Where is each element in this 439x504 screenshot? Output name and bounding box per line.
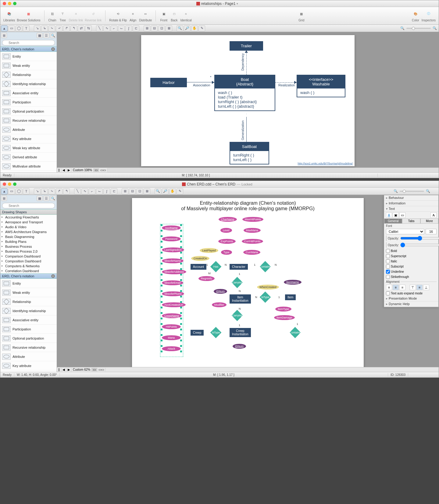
shape-item[interactable]: Attribute [0, 125, 57, 134]
line-tool-4[interactable]: ⌙ [96, 188, 103, 194]
selection-handle[interactable] [180, 290, 182, 292]
search-tab-icon[interactable]: 🔍 [50, 196, 56, 201]
attr-itemname[interactable]: ItemName [284, 280, 302, 285]
connector-1[interactable]: ↘ [34, 25, 41, 31]
library-header[interactable]: ERD, Chen's notation × [0, 46, 57, 52]
attr-modifier[interactable]: Modifier [212, 302, 227, 307]
shape-item[interactable]: Identifying relationship [0, 79, 57, 88]
selection-handle[interactable] [180, 345, 182, 347]
grid-button[interactable]: ▦Grid [297, 9, 306, 22]
attr-charname[interactable]: CharName [219, 217, 237, 222]
inspector-panel[interactable]: Behaviour Information Text A ▣ ▭ A Gener… [384, 195, 439, 307]
edit-tool-2[interactable]: ⊟ [151, 25, 158, 31]
identical-button[interactable]: ≈Identical [180, 9, 191, 22]
connector-8[interactable]: ⇆ [85, 25, 92, 31]
underline-checkbox[interactable]: Underline [386, 270, 411, 274]
attr-itemtype[interactable]: ItemType [275, 307, 291, 311]
shape-item[interactable]: Weak key attribute [0, 143, 57, 153]
attr-currmana[interactable]: CurrMana [243, 250, 260, 255]
line-tool-4[interactable]: ⌙ [118, 25, 125, 31]
shape-item[interactable]: Identifying relationship [0, 306, 57, 315]
text-color-button[interactable]: A [386, 212, 392, 218]
category-item[interactable]: Aerospace and Transport [0, 220, 57, 225]
category-item[interactable]: Accounting Flowcharts [0, 215, 57, 220]
connector-4[interactable]: ↱ [56, 188, 62, 194]
entity-creepinst[interactable]: Creep Instantiation [230, 328, 251, 337]
selection-handle[interactable] [180, 268, 182, 270]
selection-handle[interactable] [180, 296, 182, 297]
view-list-icon[interactable]: ☰ [43, 196, 49, 201]
selection-handle[interactable] [161, 296, 162, 297]
line-tool-2[interactable]: ∿ [103, 25, 110, 31]
category-item[interactable]: Business Process 2,0 [0, 249, 57, 254]
selection-handle[interactable] [161, 252, 162, 254]
edit-tool-3[interactable]: ⊡ [158, 25, 165, 31]
pointer-tool[interactable]: ▲ [1, 188, 8, 194]
selection-handle[interactable] [180, 334, 182, 336]
zoom-tool-2[interactable]: 🔎 [162, 188, 169, 194]
edit-3[interactable]: ⊡ [136, 188, 143, 194]
category-item[interactable]: Business Process [0, 244, 57, 249]
attr-selected[interactable]: AcctName [162, 225, 181, 230]
rel-contains[interactable]: Contains [260, 261, 271, 272]
selection-handle[interactable] [180, 285, 182, 286]
drawing-shapes-header[interactable]: Drawing Shapes [0, 209, 57, 215]
edit-4[interactable]: ⊠ [144, 188, 150, 194]
inspector-text[interactable]: Text [384, 206, 438, 212]
connector-7[interactable]: ⇄ [78, 25, 84, 31]
selection-handle[interactable] [180, 246, 182, 248]
valign-bottom-button[interactable]: ⊥ [423, 285, 429, 290]
line-tool-1[interactable]: ╲ [96, 25, 103, 31]
selection-handle[interactable] [161, 257, 162, 259]
attr-lastplayed[interactable]: LastPlayed [200, 248, 218, 253]
dynamic-help-section[interactable]: Dynamic Help [384, 301, 438, 307]
edit-1[interactable]: ⊞ [122, 188, 128, 194]
zoom-slider-2[interactable] [400, 191, 424, 192]
selection-handle[interactable] [161, 290, 162, 292]
shape-item[interactable]: Key attribute [0, 361, 57, 370]
uml-trailer[interactable]: Trailer [230, 42, 262, 50]
shape-item[interactable]: Attribute [0, 352, 57, 361]
edit-tool-1[interactable]: ⊞ [144, 25, 150, 31]
side-toggle-1[interactable]: ⊞ [1, 196, 7, 201]
align-button[interactable]: ≡Align [129, 9, 137, 22]
rel-istype[interactable]: IsType [260, 292, 271, 303]
selection-handle[interactable] [180, 263, 182, 265]
selection-handle[interactable] [161, 340, 162, 341]
attr-maxmana[interactable]: MaxMana [244, 228, 261, 233]
rel-contains-2[interactable]: Contains [290, 327, 301, 338]
valign-middle-button[interactable]: ≡ [416, 285, 423, 290]
entity-account[interactable]: Account [191, 264, 206, 270]
attr-itemdamage[interactable]: ItemDamage [274, 315, 295, 320]
shape-item[interactable]: Recursive relationship [0, 343, 57, 352]
uml-boat-head[interactable]: Boat {Abstract} [215, 75, 275, 88]
selection-handle[interactable] [180, 252, 182, 254]
selection-handle[interactable] [161, 235, 162, 237]
entity-item[interactable]: Item [285, 294, 296, 300]
line-tool-2[interactable]: ∿ [81, 188, 88, 194]
rect-tool[interactable]: ▭ [8, 25, 15, 31]
selection-handle[interactable] [180, 235, 182, 237]
zoom-out-button[interactable]: 🔍 [399, 25, 406, 31]
category-item[interactable]: Building Plans [0, 239, 57, 244]
selection-handle[interactable] [161, 323, 162, 325]
inspector-information[interactable]: Information [384, 201, 438, 206]
selection-handle[interactable] [161, 345, 162, 347]
distribute-button[interactable]: ⇔Distribute [139, 9, 152, 22]
selection-handle[interactable] [180, 224, 182, 226]
library-close-icon[interactable]: × [51, 47, 55, 51]
shape-item[interactable]: Recursive relationship [0, 116, 57, 125]
page-tab[interactable]: ▭ [92, 368, 97, 371]
selection-handle[interactable] [161, 285, 162, 286]
shape-item[interactable]: Optional participation [0, 107, 57, 116]
superscript-checkbox[interactable]: Superscript [386, 254, 411, 258]
front-button[interactable]: ▣Front [159, 9, 168, 22]
page-add[interactable]: ▭▭ [99, 168, 107, 172]
shape-item[interactable]: Participation [0, 325, 57, 334]
connector-3[interactable]: ⤷ [48, 25, 55, 31]
selection-handle[interactable] [161, 230, 162, 232]
pager-next[interactable]: ▶ [66, 368, 72, 371]
selection-handle[interactable] [161, 351, 162, 352]
canvas-area-2[interactable]: Entity-relationship diagram (Chen's nota… [57, 195, 439, 367]
attr-level[interactable]: Level [220, 228, 232, 233]
